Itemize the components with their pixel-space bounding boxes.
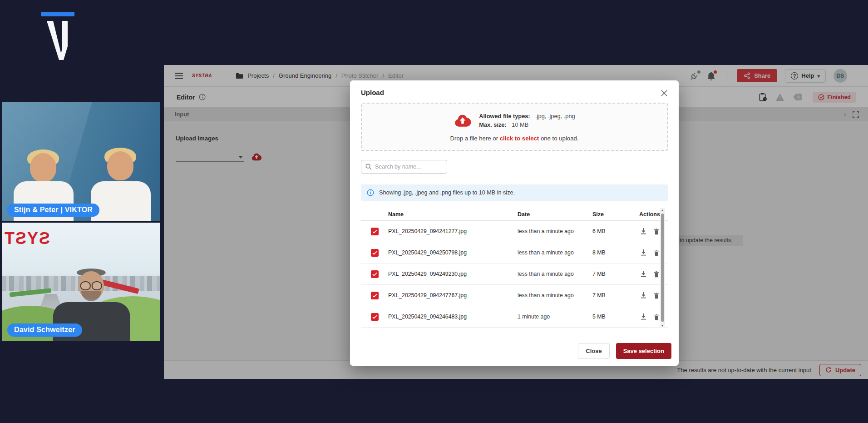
file-date: less than a minute ago xyxy=(518,249,592,256)
viktor-logo xyxy=(41,12,75,60)
trash-icon[interactable] xyxy=(654,228,659,235)
file-size: 8 MB xyxy=(592,249,631,256)
file-name: PXL_20250429_094246483.jpg xyxy=(388,314,518,320)
scroll-down-arrow[interactable] xyxy=(660,324,665,327)
mirrored-backdrop-text: SYST xyxy=(4,229,50,248)
file-date: 1 minute ago xyxy=(518,314,592,320)
guest-name-badge: Stijn & Peter | VIKTOR xyxy=(7,204,99,217)
row-checkbox[interactable] xyxy=(371,313,379,321)
table-row: PXL_20250429_094250798.jpg less than a m… xyxy=(361,242,668,264)
row-checkbox[interactable] xyxy=(371,270,379,278)
glasses xyxy=(79,281,103,289)
trash-icon[interactable] xyxy=(654,271,659,278)
info-icon xyxy=(367,189,374,196)
webcam-feed-hosts: Stijn & Peter | VIKTOR xyxy=(2,102,160,221)
table-row: PXL_20250429_094246483.jpg 1 minute ago … xyxy=(361,306,668,328)
upload-modal: Upload Allowed file types: .jp xyxy=(350,80,679,366)
download-icon[interactable] xyxy=(641,292,646,299)
scroll-up-arrow[interactable] xyxy=(660,209,665,212)
modal-footer: Close Save selection xyxy=(578,343,671,359)
download-icon[interactable] xyxy=(641,228,646,235)
column-header: Size xyxy=(592,211,631,218)
search-input[interactable] xyxy=(375,164,448,170)
column-header: Date xyxy=(518,211,592,218)
row-checkbox[interactable] xyxy=(371,292,379,299)
file-name: PXL_20250429_094250798.jpg xyxy=(388,249,518,256)
download-icon[interactable] xyxy=(641,314,646,320)
file-date: less than a minute ago xyxy=(518,271,592,277)
file-size: 7 MB xyxy=(592,292,631,299)
table-row: PXL_20250429_094241277.jpg less than a m… xyxy=(361,221,668,242)
file-name: PXL_20250429_094247767.jpg xyxy=(388,292,518,299)
upload-cloud-icon xyxy=(454,114,472,127)
stream-stage: Stijn & Peter | VIKTOR SYST David Schwei… xyxy=(0,0,868,423)
download-icon[interactable] xyxy=(641,249,646,256)
file-size: 7 MB xyxy=(592,271,631,277)
row-checkbox[interactable] xyxy=(371,228,379,235)
trash-icon[interactable] xyxy=(654,292,659,299)
trash-icon[interactable] xyxy=(654,314,659,320)
table-row: PXL_20250429_094247767.jpg less than a m… xyxy=(361,285,668,306)
search-icon xyxy=(365,164,372,170)
modal-title: Upload xyxy=(361,80,668,96)
file-table: Name Date Size Actions PXL_20250429_0942… xyxy=(361,208,668,328)
app-window: SYSTRA Projects / Ground Engineering / P… xyxy=(164,65,868,379)
scrollbar-thumb[interactable] xyxy=(661,214,664,322)
table-scrollbar[interactable] xyxy=(660,208,665,328)
close-icon[interactable] xyxy=(659,88,670,99)
file-date: less than a minute ago xyxy=(518,292,592,299)
download-icon[interactable] xyxy=(641,271,646,278)
file-name: PXL_20250429_094249230.jpg xyxy=(388,271,518,277)
table-row: PXL_20250429_094249230.jpg less than a m… xyxy=(361,264,668,285)
logo-bar xyxy=(41,12,74,16)
file-name: PXL_20250429_094241277.jpg xyxy=(388,228,518,234)
trash-icon[interactable] xyxy=(654,249,659,256)
table-header-row: Name Date Size Actions xyxy=(361,208,668,221)
file-date: less than a minute ago xyxy=(518,228,592,234)
row-checkbox[interactable] xyxy=(371,249,379,257)
close-button[interactable]: Close xyxy=(578,343,609,359)
host-person-right xyxy=(91,149,151,221)
file-dropzone[interactable]: Allowed file types: .jpg, .jpeg, .png Ma… xyxy=(361,103,668,151)
click-to-select-link[interactable]: click to select xyxy=(500,135,539,142)
column-header: Name xyxy=(388,211,518,218)
filter-info-banner: Showing .jpg, .jpeg and .png files up to… xyxy=(361,184,668,201)
webcam-feed-guest: SYST David Schweitzer xyxy=(2,223,160,341)
search-box xyxy=(361,160,447,174)
guest-name-badge: David Schweitzer xyxy=(7,323,82,337)
file-size: 6 MB xyxy=(592,228,631,234)
file-size: 5 MB xyxy=(592,314,631,320)
save-selection-button[interactable]: Save selection xyxy=(616,343,671,359)
